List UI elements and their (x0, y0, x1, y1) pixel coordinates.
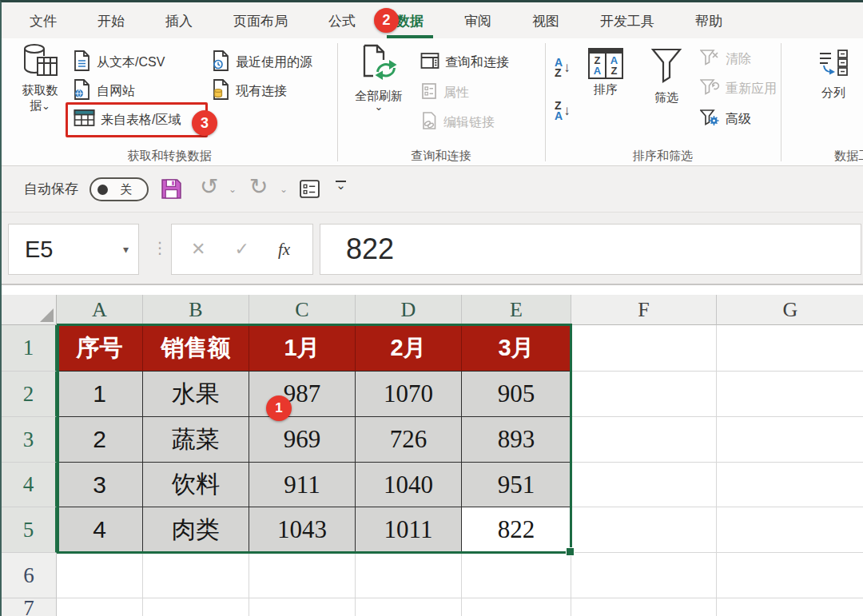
tab-view[interactable]: 视图 (524, 2, 567, 38)
row-header-1[interactable]: 1 (2, 325, 57, 372)
empty-cell[interactable] (249, 598, 356, 616)
cell-C1[interactable]: 1月 (249, 325, 356, 372)
empty-cell[interactable] (717, 325, 863, 372)
cell-C5[interactable]: 1043 (249, 507, 356, 553)
column-header-G[interactable]: G (717, 295, 863, 325)
tab-formulas[interactable]: 公式 (320, 2, 364, 38)
column-header-B[interactable]: B (143, 295, 249, 325)
row-header-3[interactable]: 3 (2, 417, 57, 463)
column-header-A[interactable]: A (57, 295, 143, 325)
row-header-6[interactable]: 6 (2, 553, 57, 598)
cell-A1[interactable]: 序号 (57, 325, 143, 372)
cell-E4[interactable]: 951 (462, 463, 571, 507)
name-box[interactable]: E5 ▾ (8, 224, 139, 275)
customize-qat-button[interactable]: ⌄ (336, 181, 346, 191)
sort-ascending-button[interactable]: A Z ↓ (555, 58, 571, 78)
row-header-2[interactable]: 2 (2, 372, 57, 417)
cell-A3[interactable]: 2 (57, 417, 143, 463)
cell-C2[interactable]: 987 (249, 372, 356, 417)
empty-cell[interactable] (143, 553, 249, 598)
recent-sources-button[interactable]: 最近使用的源 (211, 51, 312, 74)
row-header-5[interactable]: 5 (2, 507, 57, 553)
empty-cell[interactable] (462, 598, 571, 616)
empty-cell[interactable] (717, 417, 863, 463)
tab-help[interactable]: 帮助 (687, 2, 730, 38)
empty-cell[interactable] (571, 507, 717, 553)
empty-cell[interactable] (717, 507, 863, 553)
cell-D4[interactable]: 1040 (356, 463, 462, 507)
cell-D2[interactable]: 1070 (356, 372, 462, 417)
cell-D3[interactable]: 726 (356, 417, 462, 463)
from-table-range-button[interactable]: 来自表格/区域 (74, 109, 181, 131)
select-all-corner[interactable] (2, 295, 57, 325)
cell-C4[interactable]: 911 (249, 463, 356, 507)
formula-input[interactable]: 822 (320, 224, 861, 275)
column-header-C[interactable]: C (249, 295, 356, 325)
existing-connections-button[interactable]: 现有连接 (211, 80, 287, 102)
tab-review[interactable]: 审阅 (456, 2, 499, 38)
cell-B1[interactable]: 销售额 (143, 325, 249, 372)
tab-page-layout[interactable]: 页面布局 (225, 2, 296, 38)
tab-developer[interactable]: 开发工具 (592, 2, 662, 38)
confirm-icon[interactable]: ✓ (234, 239, 249, 260)
empty-cell[interactable] (57, 598, 143, 616)
queries-connections-button[interactable]: 查询和连接 (420, 51, 509, 74)
name-box-dropdown-arrow[interactable]: ▾ (123, 243, 129, 256)
empty-cell[interactable] (717, 372, 863, 417)
filter-button[interactable]: 筛选 (641, 46, 692, 105)
cell-D5[interactable]: 1011 (356, 507, 462, 553)
cell-E1[interactable]: 3月 (462, 325, 571, 372)
empty-cell[interactable] (249, 553, 356, 598)
from-web-button[interactable]: 自网站 (72, 80, 135, 102)
tab-insert[interactable]: 插入 (157, 2, 201, 38)
cell-A4[interactable]: 3 (57, 463, 143, 507)
column-header-D[interactable]: D (356, 295, 462, 325)
autosave-toggle[interactable]: 关 (89, 177, 149, 201)
cell-B4[interactable]: 饮料 (143, 463, 249, 507)
cell-C3[interactable]: 969 (249, 417, 356, 463)
empty-cell[interactable] (571, 325, 717, 372)
empty-cell[interactable] (356, 598, 462, 616)
empty-cell[interactable] (717, 553, 863, 598)
cell-E2[interactable]: 905 (462, 372, 571, 417)
empty-cell[interactable] (717, 463, 863, 507)
text-to-columns-button[interactable]: 分列 (807, 48, 860, 100)
cell-A2[interactable]: 1 (57, 372, 143, 417)
empty-cell[interactable] (143, 598, 249, 616)
undo-button[interactable]: ↺ (200, 176, 218, 198)
cell-B2[interactable]: 水果 (143, 372, 249, 417)
get-data-button[interactable]: 获取数据⌄ (11, 43, 69, 113)
empty-cell[interactable] (571, 417, 717, 463)
empty-cell[interactable] (571, 598, 717, 616)
formula-bar-drag-handle[interactable]: ⋮ (152, 213, 168, 284)
save-button[interactable] (160, 177, 183, 204)
empty-cell[interactable] (717, 598, 863, 616)
redo-dropdown[interactable]: ⌄ (280, 184, 288, 195)
cell-D1[interactable]: 2月 (356, 325, 462, 372)
column-header-E[interactable]: E (462, 295, 571, 325)
form-button[interactable] (299, 179, 320, 202)
redo-button[interactable]: ↻ (249, 176, 268, 198)
sort-descending-button[interactable]: Z A ↓ (555, 101, 571, 121)
column-header-F[interactable]: F (571, 295, 717, 325)
advanced-filter-button[interactable]: 高级 (700, 108, 751, 130)
empty-cell[interactable] (571, 553, 717, 598)
row-header-7[interactable]: 7 (2, 598, 57, 616)
cell-E5-active[interactable]: 822 (462, 507, 571, 553)
tab-home[interactable]: 开始 (89, 2, 133, 38)
cell-A5[interactable]: 4 (57, 507, 143, 553)
tab-data[interactable]: 数据 2 (388, 2, 432, 38)
cancel-icon[interactable]: ✕ (191, 239, 205, 260)
row-header-4[interactable]: 4 (2, 463, 57, 507)
from-text-csv-button[interactable]: 从文本/CSV (72, 51, 165, 74)
undo-dropdown[interactable]: ⌄ (229, 184, 237, 195)
insert-function-icon[interactable]: fx (278, 240, 290, 260)
cell-E3[interactable]: 893 (462, 417, 571, 463)
empty-cell[interactable] (356, 553, 462, 598)
tab-file[interactable]: 文件 (22, 2, 65, 38)
empty-cell[interactable] (571, 463, 717, 507)
sort-button[interactable]: Z A A Z 排序 (582, 48, 630, 97)
empty-cell[interactable] (571, 372, 717, 417)
refresh-all-button[interactable]: 全部刷新 ⌄ (344, 43, 414, 111)
cell-B5[interactable]: 肉类 (143, 507, 249, 553)
